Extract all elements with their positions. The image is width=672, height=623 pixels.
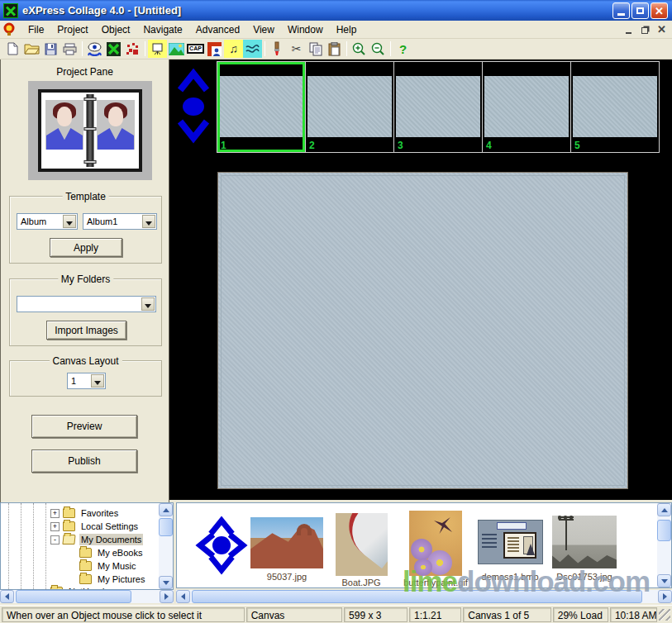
nav-left-icon bbox=[200, 535, 213, 556]
mdi-restore-button[interactable] bbox=[638, 23, 652, 36]
thumbnail-image-95037[interactable] bbox=[250, 517, 323, 568]
scrollbar-thumb[interactable] bbox=[192, 590, 642, 603]
app-logo-icon[interactable] bbox=[3, 3, 18, 18]
project-pane-panel: Project Pane bbox=[0, 59, 169, 504]
menu-help[interactable]: Help bbox=[330, 22, 364, 37]
menu-file[interactable]: File bbox=[21, 22, 50, 37]
brush-button[interactable] bbox=[268, 40, 287, 58]
menu-view[interactable]: View bbox=[246, 22, 281, 37]
publish-button[interactable]: Publish bbox=[31, 449, 137, 473]
mdi-minimize-button[interactable] bbox=[622, 23, 636, 36]
maximize-button[interactable] bbox=[631, 2, 649, 19]
tree-expand-icon[interactable]: + bbox=[50, 509, 60, 518]
butterfly-art bbox=[434, 517, 452, 534]
new-button[interactable] bbox=[3, 40, 22, 58]
image-button[interactable] bbox=[167, 40, 186, 58]
caption-button[interactable]: CAP bbox=[186, 40, 205, 58]
zoom-in-button[interactable] bbox=[350, 40, 369, 58]
tree-item-my-ebooks[interactable]: My eBooks bbox=[1, 546, 144, 559]
chevron-right-icon bbox=[164, 593, 172, 600]
scroll-down-button[interactable] bbox=[657, 574, 671, 587]
tree-item-my-music[interactable]: My Music bbox=[1, 559, 137, 573]
filmstrip-frame-2[interactable]: 2 bbox=[306, 62, 393, 152]
transition-button[interactable] bbox=[243, 40, 262, 58]
thumbnail-image-demoss1[interactable] bbox=[478, 520, 543, 564]
close-icon: ✕ bbox=[655, 6, 664, 17]
import-images-button[interactable]: Import Images bbox=[46, 321, 126, 340]
landscape-image-icon bbox=[169, 43, 184, 55]
tree-horizontal-scrollbar[interactable] bbox=[0, 590, 174, 603]
dropdown-arrow-button[interactable] bbox=[141, 297, 155, 311]
thumbs-horizontal-scrollbar[interactable] bbox=[176, 590, 672, 603]
help-icon: ? bbox=[399, 43, 407, 55]
scroll-left-button[interactable] bbox=[0, 590, 14, 603]
tree-item-local-settings[interactable]: + Local Settings bbox=[1, 520, 140, 533]
dropdown-arrow-button[interactable] bbox=[63, 215, 76, 228]
scrollbar-thumb[interactable] bbox=[657, 520, 671, 541]
thumbnail-image-boat[interactable] bbox=[336, 513, 388, 576]
preview-button[interactable]: Preview bbox=[31, 415, 137, 438]
minimize-button[interactable] bbox=[612, 2, 630, 19]
menu-project[interactable]: Project bbox=[50, 22, 94, 37]
cut-button[interactable]: ✂ bbox=[287, 40, 306, 58]
whiteboard-button[interactable] bbox=[148, 40, 167, 58]
copy-button[interactable] bbox=[306, 40, 325, 58]
thumbs-vertical-scrollbar[interactable] bbox=[657, 503, 671, 587]
thumbnail-image-butterfly[interactable] bbox=[409, 511, 462, 576]
filmstrip-frame-4[interactable]: 4 bbox=[483, 62, 570, 152]
menu-object[interactable]: Object bbox=[95, 22, 137, 37]
scrollbar-thumb[interactable] bbox=[159, 518, 173, 536]
tree-vertical-scrollbar[interactable] bbox=[159, 503, 173, 589]
menu-advanced[interactable]: Advanced bbox=[189, 22, 246, 37]
open-button[interactable] bbox=[22, 40, 41, 58]
filmstrip-frame-5[interactable]: 5 bbox=[571, 62, 659, 152]
menu-navigate[interactable]: Navigate bbox=[136, 22, 188, 37]
save-button[interactable] bbox=[41, 40, 60, 58]
tree-expand-icon[interactable]: - bbox=[50, 535, 60, 545]
frame-thumbnail bbox=[484, 76, 569, 137]
scroll-left-button[interactable] bbox=[176, 590, 190, 603]
tree-item-my-documents[interactable]: - My Documents bbox=[1, 533, 143, 546]
thumbnail-nav[interactable] bbox=[188, 515, 255, 578]
thumbnail-image-dsc01753[interactable] bbox=[552, 516, 617, 568]
print-button[interactable] bbox=[60, 40, 79, 58]
preview-refresh-button[interactable] bbox=[85, 40, 104, 58]
dropdown-arrow-button[interactable] bbox=[91, 374, 104, 388]
toolbar-separator bbox=[82, 41, 83, 56]
paste-button[interactable] bbox=[325, 40, 344, 58]
tree-expand-icon[interactable]: + bbox=[50, 522, 60, 531]
scatter-collage-button[interactable] bbox=[123, 40, 142, 58]
scroll-right-button[interactable] bbox=[160, 590, 174, 603]
dropdown-arrow-button[interactable] bbox=[142, 215, 155, 228]
sound-button[interactable]: ♫ bbox=[224, 40, 243, 58]
template-name-dropdown[interactable]: Album1 bbox=[83, 213, 157, 230]
scroll-up-button[interactable] bbox=[657, 503, 671, 516]
resize-grip[interactable] bbox=[659, 609, 670, 621]
my-folders-dropdown[interactable] bbox=[17, 296, 156, 312]
zoom-out-button[interactable] bbox=[369, 40, 388, 58]
project-preview[interactable] bbox=[28, 81, 152, 180]
nav-up-icon bbox=[180, 74, 207, 90]
filmstrip-nav[interactable] bbox=[174, 69, 212, 145]
scroll-right-button[interactable] bbox=[658, 590, 672, 603]
template-category-dropdown[interactable]: Album bbox=[17, 213, 78, 230]
filmstrip-frame-1[interactable]: 1 bbox=[217, 62, 305, 152]
scroll-down-button[interactable] bbox=[159, 576, 173, 589]
menu-window[interactable]: Window bbox=[281, 22, 330, 37]
photo-frame-button[interactable] bbox=[205, 40, 224, 58]
apply-button[interactable]: Apply bbox=[50, 238, 122, 257]
folder-tree[interactable]: + Favorites + Local Settings - My Docume… bbox=[0, 502, 174, 590]
tree-item-my-pictures[interactable]: My Pictures bbox=[1, 573, 146, 586]
filmstrip-frame-3[interactable]: 3 bbox=[394, 62, 482, 152]
collage-logo-button[interactable] bbox=[104, 40, 123, 58]
canvas-layout-group-label: Canvas Layout bbox=[49, 355, 122, 367]
scrollbar-thumb[interactable] bbox=[16, 590, 131, 603]
tree-item-favorites[interactable]: + Favorites bbox=[1, 506, 120, 520]
scroll-up-button[interactable] bbox=[159, 503, 173, 516]
canvas-layout-dropdown[interactable]: 1 bbox=[67, 373, 106, 389]
help-button[interactable]: ? bbox=[393, 40, 412, 58]
close-button[interactable]: ✕ bbox=[651, 2, 668, 19]
canvas[interactable] bbox=[217, 172, 628, 489]
mdi-close-button[interactable]: ✕ bbox=[655, 23, 669, 36]
filmstrip-frames: 1 2 3 4 5 bbox=[217, 61, 660, 153]
